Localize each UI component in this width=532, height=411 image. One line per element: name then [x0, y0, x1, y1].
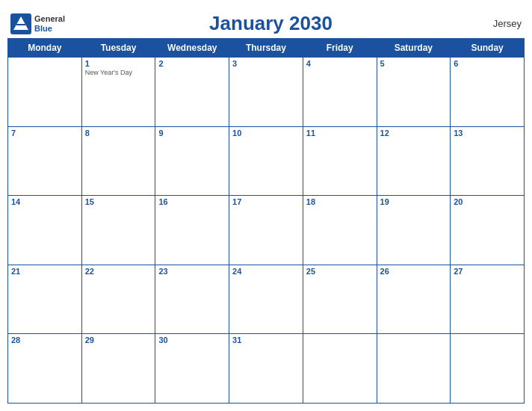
calendar-body: 1New Year's Day2345678910111213141516171…	[8, 58, 525, 404]
calendar-table: Monday Tuesday Wednesday Thursday Friday…	[7, 38, 525, 404]
logo-general-text: General	[34, 14, 65, 23]
calendar-cell: 1New Year's Day	[81, 58, 155, 127]
calendar-week-row: 78910111213	[8, 126, 525, 196]
calendar-cell: 11	[303, 126, 377, 196]
weekday-header-row: Monday Tuesday Wednesday Thursday Friday…	[8, 39, 525, 58]
col-tuesday: Tuesday	[81, 39, 155, 58]
day-number: 16	[158, 197, 226, 206]
calendar-header: General Blue January 2030 Jersey	[7, 7, 525, 38]
col-thursday: Thursday	[229, 39, 303, 58]
calendar-cell	[451, 334, 525, 404]
col-saturday: Saturday	[377, 39, 451, 58]
day-number: 4	[306, 59, 374, 68]
day-number: 25	[306, 267, 374, 276]
calendar-cell: 13	[451, 126, 525, 196]
calendar-cell: 28	[8, 334, 82, 404]
calendar-week-row: 14151617181920	[8, 196, 525, 265]
calendar-cell: 27	[451, 265, 525, 334]
calendar-cell: 29	[81, 334, 155, 404]
calendar-cell	[8, 58, 82, 127]
calendar-cell	[377, 334, 451, 404]
col-monday: Monday	[8, 39, 82, 58]
day-number: 8	[85, 129, 152, 137]
day-number: 7	[11, 129, 78, 137]
day-number: 10	[232, 129, 300, 137]
logo-icon	[10, 13, 31, 34]
day-number: 27	[454, 267, 521, 276]
calendar-cell: 17	[229, 196, 303, 265]
day-number: 28	[11, 336, 78, 344]
calendar-cell: 31	[229, 334, 303, 404]
day-number: 5	[380, 59, 448, 68]
calendar-cell: 7	[8, 126, 82, 196]
day-number: 13	[454, 129, 521, 137]
day-number: 31	[232, 336, 300, 344]
calendar-cell: 9	[155, 126, 229, 196]
calendar-cell: 3	[229, 58, 303, 127]
day-number: 17	[232, 197, 300, 206]
day-number: 15	[85, 197, 152, 206]
day-number: 19	[380, 197, 448, 206]
calendar-cell: 22	[81, 265, 155, 334]
calendar-cell: 21	[8, 265, 82, 334]
day-number: 26	[380, 267, 448, 276]
day-number: 30	[158, 336, 226, 344]
holiday-label: New Year's Day	[85, 69, 152, 76]
day-number: 12	[380, 129, 448, 137]
calendar-cell: 12	[377, 126, 451, 196]
day-number: 20	[454, 197, 521, 206]
calendar-cell: 8	[81, 126, 155, 196]
day-number: 3	[232, 59, 300, 68]
calendar-week-row: 28293031	[8, 334, 525, 404]
logo-text: General Blue	[34, 14, 65, 32]
calendar-cell: 16	[155, 196, 229, 265]
calendar-cell: 30	[155, 334, 229, 404]
calendar-cell: 24	[229, 265, 303, 334]
col-wednesday: Wednesday	[155, 39, 229, 58]
day-number: 6	[454, 59, 521, 68]
calendar-cell: 2	[155, 58, 229, 127]
calendar-cell: 26	[377, 265, 451, 334]
day-number: 29	[85, 336, 152, 344]
day-number: 21	[11, 267, 78, 276]
day-number: 23	[158, 267, 226, 276]
day-number: 11	[306, 129, 374, 137]
day-number: 24	[232, 267, 300, 276]
calendar-week-row: 21222324252627	[8, 265, 525, 334]
svg-rect-2	[16, 24, 25, 25]
col-friday: Friday	[303, 39, 377, 58]
calendar-cell: 20	[451, 196, 525, 265]
calendar-cell: 4	[303, 58, 377, 127]
day-number: 22	[85, 267, 152, 276]
calendar-cell: 6	[451, 58, 525, 127]
col-sunday: Sunday	[451, 39, 525, 58]
day-number: 9	[158, 129, 226, 137]
calendar-cell: 25	[303, 265, 377, 334]
logo-blue-text: Blue	[34, 24, 65, 33]
calendar-cell: 18	[303, 196, 377, 265]
calendar-cell: 10	[229, 126, 303, 196]
day-number: 1	[85, 59, 152, 68]
calendar-cell: 23	[155, 265, 229, 334]
day-number: 2	[158, 59, 226, 68]
calendar-week-row: 1New Year's Day23456	[8, 58, 525, 127]
calendar-cell: 5	[377, 58, 451, 127]
calendar-cell: 19	[377, 196, 451, 265]
day-number: 14	[11, 197, 78, 206]
month-title: January 2030	[65, 12, 477, 35]
calendar-cell: 14	[8, 196, 82, 265]
region-label: Jersey	[477, 18, 522, 29]
calendar-cell: 15	[81, 196, 155, 265]
logo: General Blue	[10, 13, 65, 34]
calendar-cell	[303, 334, 377, 404]
day-number: 18	[306, 197, 374, 206]
